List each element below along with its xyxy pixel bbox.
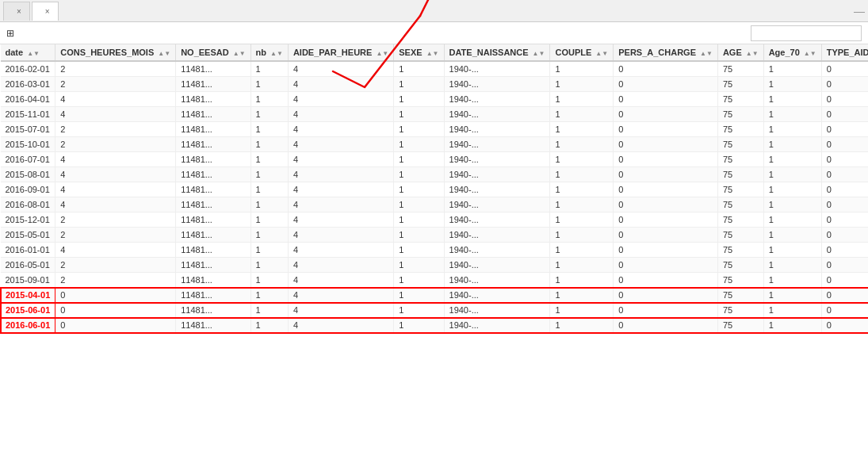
- tab-correction-close[interactable]: ×: [17, 7, 21, 16]
- table-row[interactable]: 2016-05-01211481...1411940-...107510: [1, 258, 869, 273]
- cell-age-70: 1: [763, 212, 821, 228]
- cell-age-70: 1: [763, 318, 821, 333]
- cell-cons-heures-mois: 4: [55, 92, 176, 107]
- cell-sexe: 1: [394, 318, 444, 333]
- table-row[interactable]: 2016-04-01411481...1411940-...107510: [1, 92, 869, 107]
- col-sexe[interactable]: SEXE ▲▼: [394, 44, 444, 61]
- cell-no-eesad: 11481...: [176, 61, 250, 77]
- search-input[interactable]: [751, 25, 862, 41]
- cell-cons-heures-mois: 2: [55, 228, 176, 243]
- tab-recherche-close[interactable]: ×: [45, 7, 50, 16]
- cell-date: 2015-12-01: [1, 212, 55, 228]
- cell-cons-heures-mois: 2: [55, 61, 176, 77]
- cell-date-naissance: 1940-...: [444, 92, 550, 107]
- cell-date-naissance: 1940-...: [444, 243, 550, 258]
- cell-type-aide-recu: 0: [821, 303, 868, 318]
- table-row[interactable]: 2015-06-01011481...1411940-...107510: [1, 303, 869, 318]
- cell-no-eesad: 11481...: [176, 288, 250, 303]
- cell-age: 75: [717, 243, 763, 258]
- cell-sexe: 1: [394, 303, 444, 318]
- cell-nb: 1: [250, 167, 288, 182]
- table-row[interactable]: 2015-12-01211481...1411940-...107510: [1, 212, 869, 228]
- cell-nb: 1: [250, 258, 288, 273]
- table-row[interactable]: 2015-09-01211481...1411940-...107510: [1, 273, 869, 288]
- table-row[interactable]: 2016-08-01411481...1411940-...107510: [1, 197, 869, 212]
- filter-icon: ⊞: [6, 28, 14, 39]
- cell-aide-par-heure: 4: [288, 243, 393, 258]
- cell-pers-a-charge: 0: [614, 167, 718, 182]
- cell-age: 75: [717, 152, 763, 167]
- col-aide-par-heure[interactable]: AIDE_PAR_HEURE ▲▼: [288, 44, 393, 61]
- col-no-eesad[interactable]: NO_EESAD ▲▼: [176, 44, 250, 61]
- cell-date: 2015-07-01: [1, 122, 55, 137]
- cell-date: 2015-08-01: [1, 167, 55, 182]
- cell-sexe: 1: [394, 182, 444, 197]
- cell-no-eesad: 11481...: [176, 182, 250, 197]
- cell-couple: 1: [550, 318, 614, 333]
- cell-nb: 1: [250, 137, 288, 152]
- cell-type-aide-recu: 0: [821, 107, 868, 122]
- cell-age-70: 1: [763, 122, 821, 137]
- cell-type-aide-recu: 0: [821, 61, 868, 77]
- cell-cons-heures-mois: 4: [55, 197, 176, 212]
- cell-no-eesad: 11481...: [176, 273, 250, 288]
- cell-date-naissance: 1940-...: [444, 288, 550, 303]
- cell-sexe: 1: [394, 273, 444, 288]
- col-age-70[interactable]: Age_70 ▲▼: [763, 44, 821, 61]
- table-row[interactable]: 2016-02-01211481...1411940-...107510: [1, 61, 869, 77]
- table-row[interactable]: 2015-04-01011481...1411940-...107510: [1, 288, 869, 303]
- cell-aide-par-heure: 4: [288, 122, 393, 137]
- cell-cons-heures-mois: 2: [55, 273, 176, 288]
- cell-aide-par-heure: 4: [288, 197, 393, 212]
- col-cons-heures-mois[interactable]: CONS_HEURES_MOIS ▲▼: [55, 44, 176, 61]
- cell-age-70: 1: [763, 243, 821, 258]
- table-row[interactable]: 2016-03-01211481...1411940-...107510: [1, 77, 869, 92]
- cell-aide-par-heure: 4: [288, 318, 393, 333]
- cell-date-naissance: 1940-...: [444, 61, 550, 77]
- cell-date-naissance: 1940-...: [444, 77, 550, 92]
- cell-date: 2016-04-01: [1, 92, 55, 107]
- table-row[interactable]: 2015-05-01211481...1411940-...107510: [1, 228, 869, 243]
- cell-date-naissance: 1940-...: [444, 197, 550, 212]
- cell-sexe: 1: [394, 243, 444, 258]
- cell-no-eesad: 11481...: [176, 258, 250, 273]
- cell-cons-heures-mois: 4: [55, 167, 176, 182]
- col-date[interactable]: date ▲▼: [1, 44, 55, 61]
- table-row[interactable]: 2015-08-01411481...1411940-...107510: [1, 167, 869, 182]
- cell-pers-a-charge: 0: [614, 258, 718, 273]
- cell-aide-par-heure: 4: [288, 107, 393, 122]
- cell-cons-heures-mois: 2: [55, 122, 176, 137]
- col-couple[interactable]: COUPLE ▲▼: [550, 44, 614, 61]
- cell-age: 75: [717, 61, 763, 77]
- col-nb[interactable]: nb ▲▼: [250, 44, 288, 61]
- col-age[interactable]: AGE ▲▼: [717, 44, 763, 61]
- table-row[interactable]: 2015-07-01211481...1411940-...107510: [1, 122, 869, 137]
- table-row[interactable]: 2015-11-01411481...1411940-...107510: [1, 107, 869, 122]
- cell-type-aide-recu: 0: [821, 92, 868, 107]
- filter-button[interactable]: ⊞: [6, 28, 17, 39]
- table-row[interactable]: 2015-10-01211481...1411940-...107510: [1, 137, 869, 152]
- cell-age-70: 1: [763, 197, 821, 212]
- table-row[interactable]: 2016-09-01411481...1411940-...107510: [1, 182, 869, 197]
- cell-nb: 1: [250, 152, 288, 167]
- col-pers-a-charge[interactable]: PERS_A_CHARGE ▲▼: [614, 44, 718, 61]
- table-row[interactable]: 2016-07-01411481...1411940-...107510: [1, 152, 869, 167]
- tab-correction[interactable]: ×: [3, 2, 30, 21]
- table-row[interactable]: 2016-01-01411481...1411940-...107510: [1, 243, 869, 258]
- cell-date-naissance: 1940-...: [444, 258, 550, 273]
- cell-sexe: 1: [394, 137, 444, 152]
- cell-age: 75: [717, 92, 763, 107]
- cell-no-eesad: 11481...: [176, 167, 250, 182]
- cell-date: 2016-08-01: [1, 197, 55, 212]
- cell-age: 75: [717, 137, 763, 152]
- col-type-aide-recu[interactable]: TYPE_AIDE_RECU ▲▼: [821, 44, 868, 61]
- table-row[interactable]: 2016-06-01011481...1411940-...107510: [1, 318, 869, 333]
- col-date-naissance[interactable]: DATE_NAISSANCE ▲▼: [444, 44, 550, 61]
- cell-no-eesad: 11481...: [176, 77, 250, 92]
- cell-date: 2015-11-01: [1, 107, 55, 122]
- data-table-container: date ▲▼ CONS_HEURES_MOIS ▲▼ NO_EESAD ▲▼ …: [0, 44, 868, 464]
- cell-cons-heures-mois: 4: [55, 107, 176, 122]
- tab-recherche[interactable]: ×: [32, 2, 59, 21]
- window-collapse-button[interactable]: —: [854, 5, 865, 17]
- cell-sexe: 1: [394, 61, 444, 77]
